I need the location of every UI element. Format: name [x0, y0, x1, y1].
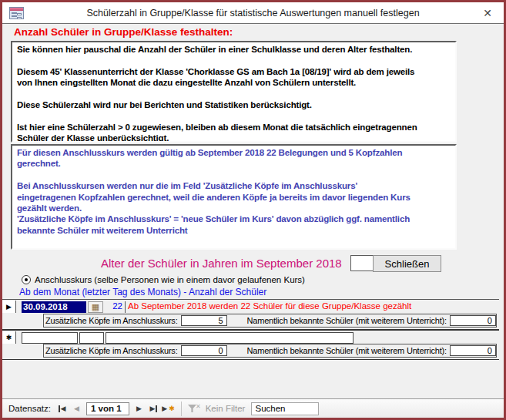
- previous-record-button[interactable]: ◀: [70, 402, 83, 415]
- extra-heads-input[interactable]: [181, 315, 227, 326]
- info-box-anschlusskurs-text: Für diesen Anschlusskurs werden gültig a…: [12, 146, 455, 250]
- new-record-icon[interactable]: ✱: [2, 331, 16, 344]
- close-icon[interactable]: ✕: [474, 2, 501, 23]
- page-title: Anzahl Schüler in Gruppe/Klasse festhalt…: [14, 26, 233, 38]
- known-students-label-new: Namentlich bekannte Schüler (mit weitere…: [247, 346, 447, 355]
- age-row: Alter der Schüler in Jahren im September…: [2, 255, 506, 272]
- datensatz-label: Datensatz:: [8, 404, 51, 413]
- column-header: Ab dem Monat (letzter Tag des Monats) - …: [19, 287, 266, 297]
- anschlusskurs-radio-label: Anschlusskurs (selbe Personen wie in ein…: [35, 275, 305, 284]
- filter-x-icon: ✕: [196, 403, 201, 410]
- extra-heads-input-new[interactable]: [181, 345, 227, 356]
- new-note-field[interactable]: [106, 332, 354, 344]
- next-record-button[interactable]: ▶: [132, 402, 146, 415]
- search-input[interactable]: [251, 402, 319, 415]
- schliessen-button[interactable]: Schließen: [373, 255, 441, 272]
- new-date-field[interactable]: [22, 332, 78, 344]
- record-position-box[interactable]: 1 von 1: [86, 402, 129, 415]
- age-label: Alter der Schüler in Jahren im September…: [101, 257, 342, 270]
- radio-selected-icon[interactable]: [22, 275, 31, 284]
- info-box-anschlusskurs: Für diesen Anschlusskurs werden gültig a…: [11, 144, 457, 250]
- anschlusskurs-radio-row[interactable]: Anschlusskurs (selbe Personen wie in ein…: [22, 275, 305, 284]
- student-count-field[interactable]: 22: [106, 301, 125, 313]
- known-students-input[interactable]: [450, 315, 496, 326]
- record-navigation-bar: Datensatz: ◀ ◀ 1 von 1 ▶ ▶ ▶✱ ✕ Kein Fil…: [2, 398, 504, 418]
- extra-heads-label-new: Zusätzliche Köpfe im Anschlusskurs:: [45, 346, 178, 355]
- calendar-icon[interactable]: ▦: [88, 301, 103, 313]
- dialog-window: Schülerzahl in Gruppe/Klasse für statist…: [0, 0, 506, 420]
- info-box-general-text: Sie können hier pauschal die Anzahl der …: [12, 42, 455, 143]
- known-students-input-new[interactable]: [450, 345, 496, 356]
- new-record-button[interactable]: ▶✱: [162, 402, 175, 415]
- record-row-1: ▶ 30.09.2018 ▦ 22 Ab September 2018 werd…: [2, 301, 488, 313]
- current-record-selector-icon[interactable]: ▶: [2, 301, 16, 313]
- date-field[interactable]: 30.09.2018: [22, 301, 86, 313]
- first-record-button[interactable]: ◀: [55, 402, 69, 415]
- record-note: Ab September 2018 werden 22 Schüler für …: [126, 301, 488, 313]
- known-students-label: Namentlich bekannte Schüler (mit weitere…: [247, 316, 447, 325]
- new-count-field[interactable]: [79, 332, 104, 344]
- new-record-row: ✱: [2, 331, 354, 344]
- window-title: Schülerzahl in Gruppe/Klasse für statist…: [2, 8, 504, 18]
- title-bar: Schülerzahl in Gruppe/Klasse für statist…: [2, 2, 504, 24]
- new-record-subrow: Zusätzliche Köpfe im Anschlusskurs: Name…: [43, 344, 497, 358]
- filter-state-label: Kein Filter: [206, 404, 246, 413]
- last-record-button[interactable]: ▶: [147, 402, 160, 415]
- record-1-subrow: Zusätzliche Köpfe im Anschlusskurs: Name…: [43, 314, 497, 328]
- info-box-general: Sie können hier pauschal die Anzahl der …: [11, 41, 457, 143]
- extra-heads-label: Zusätzliche Köpfe im Anschlusskurs:: [45, 316, 178, 325]
